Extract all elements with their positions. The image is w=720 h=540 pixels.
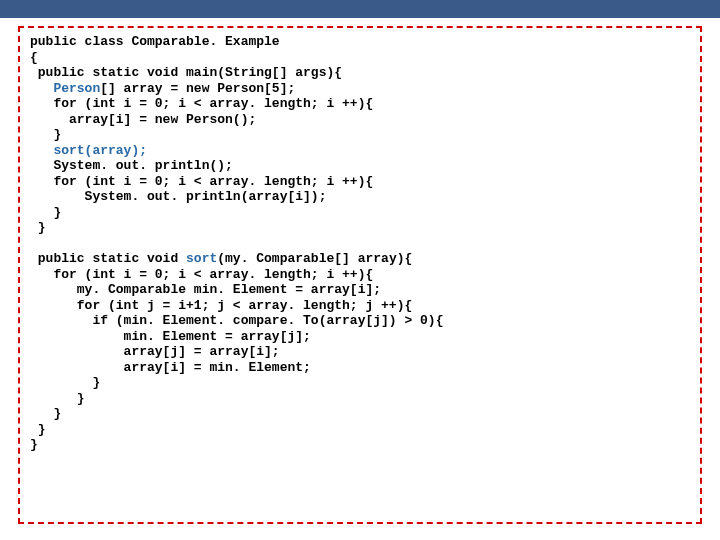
code-line: System. out. println(array[i]); (30, 189, 326, 204)
code-rest: [] array = new Person[5]; (100, 81, 295, 96)
code-line: System. out. println(); (30, 158, 233, 173)
code-line: public class Comparable. Example (30, 34, 280, 49)
code-line: min. Element = array[j]; (30, 329, 311, 344)
code-call: sort(array); (53, 143, 147, 158)
code-line: array[i] = min. Element; (30, 360, 311, 375)
code-line: for (int j = i+1; j < array. length; j +… (30, 298, 412, 313)
code-line: } (30, 205, 61, 220)
code-line: for (int i = 0; i < array. length; i ++)… (30, 174, 373, 189)
code-indent (30, 81, 53, 96)
code-func: sort (186, 251, 217, 266)
code-type: Person (53, 81, 100, 96)
slide-header-bar (0, 0, 720, 18)
code-line: } (30, 375, 100, 390)
code-line: } (30, 437, 38, 452)
code-prefix: public static void (30, 251, 186, 266)
code-line: { (30, 50, 38, 65)
code-indent (30, 143, 53, 158)
code-line: for (int i = 0; i < array. length; i ++)… (30, 267, 373, 282)
code-line: array[j] = array[i]; (30, 344, 280, 359)
code-rest: (my. Comparable[] array){ (217, 251, 412, 266)
code-line: array[i] = new Person(); (30, 112, 256, 127)
code-line: my. Comparable min. Element = array[i]; (30, 282, 381, 297)
code-line: } (30, 127, 61, 142)
code-line: if (min. Element. compare. To(array[j]) … (30, 313, 443, 328)
code-line: } (30, 220, 46, 235)
code-line: for (int i = 0; i < array. length; i ++)… (30, 96, 373, 111)
code-line: } (30, 406, 61, 421)
code-container: public class Comparable. Example { publi… (18, 26, 702, 524)
code-line: } (30, 391, 85, 406)
code-block: public class Comparable. Example { publi… (30, 34, 690, 453)
code-line: } (30, 422, 46, 437)
code-line: public static void main(String[] args){ (30, 65, 342, 80)
